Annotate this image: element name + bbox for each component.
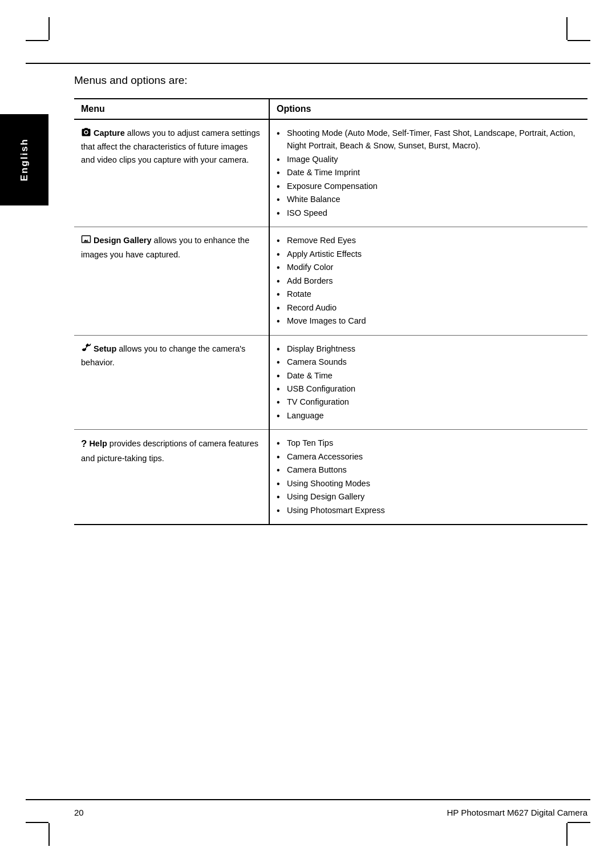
menu-cell-3: ?Help provides descriptions of camera fe… xyxy=(74,430,269,525)
options-list-2: Display BrightnessCamera SoundsDate & Ti… xyxy=(277,342,581,422)
list-item: Camera Buttons xyxy=(277,463,581,476)
menu-icon-0 xyxy=(81,130,91,139)
table-row: ?Help provides descriptions of camera fe… xyxy=(74,430,587,525)
list-item: USB Configuration xyxy=(277,382,581,395)
document-title: HP Photosmart M627 Digital Camera xyxy=(447,808,588,817)
list-item: Display Brightness xyxy=(277,342,581,355)
list-item: Shooting Mode (Auto Mode, Self-Timer, Fa… xyxy=(277,127,581,152)
list-item: TV Configuration xyxy=(277,396,581,408)
list-item: Record Audio xyxy=(277,301,581,314)
options-cell-1: Remove Red EyesApply Artistic EffectsMod… xyxy=(269,227,587,335)
footer: 20 HP Photosmart M627 Digital Camera xyxy=(74,808,587,817)
main-content: Menus and options are: Menu Options Capt… xyxy=(74,74,587,789)
list-item: Add Borders xyxy=(277,275,581,287)
corner-mark-tl-h xyxy=(26,40,48,41)
list-item: Using Photosmart Express xyxy=(277,504,581,517)
list-item: Date & Time xyxy=(277,369,581,382)
options-cell-2: Display BrightnessCamera SoundsDate & Ti… xyxy=(269,335,587,430)
list-item: Remove Red Eyes xyxy=(277,234,581,247)
table-row: Capture allows you to adjust camera sett… xyxy=(74,119,587,227)
list-item: White Balance xyxy=(277,193,581,205)
list-item: Camera Accessories xyxy=(277,450,581,463)
list-item: Date & Time Imprint xyxy=(277,166,581,179)
rule-bottom xyxy=(26,799,590,800)
list-item: ISO Speed xyxy=(277,207,581,219)
list-item: Using Design Gallery xyxy=(277,490,581,503)
corner-mark-bl-h xyxy=(26,822,48,823)
menu-cell-2: Setup allows you to change the camera's … xyxy=(74,335,269,430)
page-title: Menus and options are: xyxy=(74,74,587,87)
options-cell-3: Top Ten TipsCamera AccessoriesCamera But… xyxy=(269,430,587,525)
list-item: Language xyxy=(277,409,581,422)
table-row: Design Gallery allows you to enhance the… xyxy=(74,227,587,335)
options-list-0: Shooting Mode (Auto Mode, Self-Timer, Fa… xyxy=(277,127,581,219)
list-item: Exposure Compensation xyxy=(277,180,581,192)
options-list-3: Top Ten TipsCamera AccessoriesCamera But… xyxy=(277,437,581,517)
list-item: Move Images to Card xyxy=(277,314,581,327)
options-cell-0: Shooting Mode (Auto Mode, Self-Timer, Fa… xyxy=(269,119,587,227)
corner-mark-tr-v xyxy=(566,17,568,40)
col-header-menu: Menu xyxy=(74,99,269,119)
list-item: Apply Artistic Effects xyxy=(277,248,581,260)
table-row: Setup allows you to change the camera's … xyxy=(74,335,587,430)
menu-icon-1 xyxy=(81,237,91,246)
corner-mark-tl-v xyxy=(48,17,50,40)
list-item: Rotate xyxy=(277,288,581,300)
menu-cell-1: Design Gallery allows you to enhance the… xyxy=(74,227,269,335)
corner-mark-br-h xyxy=(568,822,590,823)
list-item: Top Ten Tips xyxy=(277,437,581,449)
menu-cell-0: Capture allows you to adjust camera sett… xyxy=(74,119,269,227)
list-item: Modify Color xyxy=(277,261,581,273)
page-number: 20 xyxy=(74,808,84,817)
menu-icon-3: ? xyxy=(81,439,87,449)
list-item: Camera Sounds xyxy=(277,356,581,368)
rule-top xyxy=(26,63,590,64)
menu-icon-2 xyxy=(81,345,91,354)
corner-mark-br-v xyxy=(566,823,568,846)
col-header-options: Options xyxy=(269,99,587,119)
corner-mark-bl-v xyxy=(48,823,50,846)
corner-mark-tr-h xyxy=(568,40,590,41)
sidebar-language-label: English xyxy=(0,114,48,205)
list-item: Using Shooting Modes xyxy=(277,477,581,490)
menu-table: Menu Options Capture allows you to adjus… xyxy=(74,98,587,525)
options-list-1: Remove Red EyesApply Artistic EffectsMod… xyxy=(277,234,581,327)
list-item: Image Quality xyxy=(277,153,581,166)
